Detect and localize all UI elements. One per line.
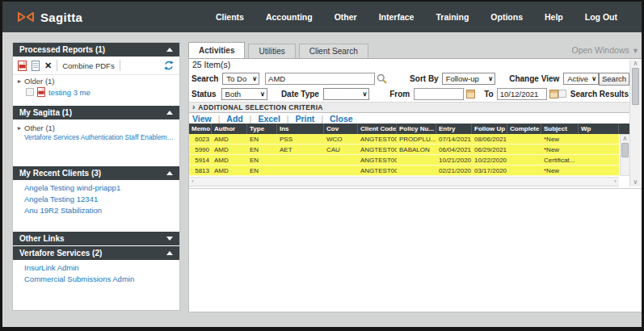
search-results-label: Search Results bbox=[570, 90, 629, 98]
scrollbar-thumb[interactable] bbox=[621, 143, 629, 157]
collapse-icon[interactable] bbox=[166, 48, 173, 52]
nav-item-clients[interactable]: Clients bbox=[216, 12, 244, 22]
select-value: Active bbox=[567, 74, 588, 83]
view-link[interactable]: View bbox=[192, 114, 212, 124]
additional-criteria-bar[interactable]: › ADDITIONAL SELECTION CRITERIA bbox=[189, 102, 631, 113]
my-sagitta-link[interactable]: Vertafore Services Authentication Staff … bbox=[13, 133, 179, 141]
collapse-icon[interactable] bbox=[166, 251, 173, 255]
panel-title: Other Links bbox=[19, 234, 65, 243]
collapse-icon[interactable] bbox=[166, 171, 173, 175]
toolbar-separator bbox=[120, 60, 120, 71]
col-client-code[interactable]: Client Code bbox=[358, 124, 397, 134]
panel-header-vertafore-services[interactable]: Vertafore Services (2) bbox=[13, 246, 179, 260]
excel-link[interactable]: Excel bbox=[258, 114, 280, 124]
content-vertical-scrollbar[interactable]: ∧ ∨ bbox=[629, 60, 641, 186]
col-ins[interactable]: Ins bbox=[277, 124, 324, 134]
col-complete[interactable]: Complete bbox=[507, 124, 541, 134]
recent-clients-list: Angela Testing wind-priapp1 Angela Testi… bbox=[13, 182, 179, 216]
cell-type: EN bbox=[247, 166, 277, 175]
print-link[interactable]: Print bbox=[295, 114, 314, 124]
pdf-icon[interactable] bbox=[18, 61, 27, 71]
tree-caret-icon[interactable]: ▸ bbox=[18, 78, 21, 85]
delete-icon[interactable]: ✕ bbox=[44, 61, 52, 70]
scroll-up-icon[interactable]: ∧ bbox=[633, 60, 638, 68]
nav-item-logout[interactable]: Log Out bbox=[585, 12, 617, 22]
col-follow-up[interactable]: Follow Up bbox=[472, 124, 507, 134]
sort-by-select[interactable]: Follow-up ∨ bbox=[442, 73, 496, 85]
table-row[interactable]: 5813 AMD EN ANGTEST00 02/21/2020 03/17/2… bbox=[189, 166, 619, 176]
from-label: From bbox=[389, 90, 410, 98]
col-memo[interactable]: Memo # bbox=[189, 124, 212, 134]
nav-item-help[interactable]: Help bbox=[545, 12, 563, 22]
table-row[interactable]: 5914 AMD EN ANGTEST00 10/21/2020 10/22/2… bbox=[189, 155, 619, 166]
tree-caret-icon[interactable]: ▸ bbox=[18, 124, 21, 132]
recent-client-link[interactable]: Anu 19R2 Stabilization bbox=[13, 205, 179, 216]
search-magnifier-icon[interactable] bbox=[377, 73, 387, 84]
open-windows-dropdown[interactable]: Open Windows ▾ bbox=[572, 45, 638, 58]
search-results-checkbox[interactable] bbox=[558, 90, 566, 98]
collapse-icon[interactable] bbox=[166, 111, 173, 115]
scroll-down-icon[interactable]: ∨ bbox=[633, 178, 638, 186]
table-horizontal-scrollbar[interactable]: ‹ › bbox=[189, 177, 619, 186]
recent-client-link[interactable]: Angela Testing wind-priapp1 bbox=[13, 182, 179, 194]
combine-pdfs-button[interactable]: Combine PDFs bbox=[62, 61, 114, 70]
col-author[interactable]: Author bbox=[212, 124, 247, 134]
tree-group-other[interactable]: ▸ Other (1) bbox=[13, 122, 179, 133]
col-policy[interactable]: Policy Nu... bbox=[397, 124, 436, 134]
to-date-input[interactable] bbox=[497, 88, 547, 100]
col-wp[interactable]: Wp bbox=[579, 124, 619, 134]
table-row[interactable]: 5990 AMD EN AET CAU ANGTEST00 BABALON 06… bbox=[189, 145, 619, 155]
nav-item-options[interactable]: Options bbox=[490, 12, 523, 22]
nav-item-training[interactable]: Training bbox=[436, 12, 469, 22]
refresh-icon[interactable] bbox=[163, 61, 175, 70]
panel-header-my-sagitta[interactable]: My Sagitta (1) bbox=[13, 106, 179, 119]
col-entry[interactable]: Entry bbox=[436, 124, 472, 134]
cell-subject: *New bbox=[541, 134, 579, 144]
date-type-select[interactable]: ∨ bbox=[323, 88, 369, 100]
nav-item-accounting[interactable]: Accounting bbox=[266, 12, 313, 22]
to-label: To bbox=[484, 90, 493, 98]
scrollbar-thumb[interactable] bbox=[632, 68, 639, 105]
panel-header-other-links[interactable]: Other Links bbox=[13, 232, 179, 245]
from-date-input[interactable] bbox=[414, 88, 464, 100]
action-links: View| Add| Excel| Print| Close bbox=[192, 113, 353, 124]
scroll-left-icon[interactable]: ‹ bbox=[192, 178, 194, 186]
close-link[interactable]: Close bbox=[330, 114, 353, 124]
add-link[interactable]: Add bbox=[226, 114, 242, 124]
to-calendar-icon[interactable] bbox=[549, 90, 558, 98]
col-type[interactable]: Type bbox=[247, 124, 277, 134]
report-link[interactable]: testing 3 me bbox=[48, 88, 90, 97]
chevron-down-icon: ∨ bbox=[257, 90, 265, 98]
expand-icon[interactable] bbox=[166, 237, 173, 241]
vertafore-service-link[interactable]: Commercial Submissions Admin bbox=[13, 274, 179, 285]
table-row[interactable]: 6023 AMD EN PSS WCO ANGTEST00 PRODPLU...… bbox=[189, 134, 619, 145]
report-checkbox[interactable] bbox=[26, 88, 34, 96]
search-type-select[interactable]: To Do ∨ bbox=[222, 73, 259, 85]
scroll-up-icon[interactable]: ∧ bbox=[623, 135, 628, 143]
from-calendar-icon[interactable] bbox=[466, 90, 475, 98]
recent-client-link[interactable]: Angela Testing 12341 bbox=[13, 194, 179, 205]
tab-activities[interactable]: Activities bbox=[188, 42, 245, 58]
cell-entry: 06/04/2021 bbox=[436, 145, 472, 154]
panel-header-recent-clients[interactable]: My Recent Clients (3) bbox=[13, 166, 179, 180]
search-button[interactable]: Search bbox=[599, 73, 629, 86]
col-subject[interactable]: Subject bbox=[541, 124, 579, 134]
cell-subject: *New bbox=[541, 166, 579, 175]
change-view-select[interactable]: Active ∨ bbox=[563, 73, 599, 85]
tab-utilities[interactable]: Utilities bbox=[248, 44, 295, 58]
tree-group-older[interactable]: ▸ Older (1) bbox=[13, 75, 179, 86]
cell-ins: AET bbox=[277, 145, 324, 154]
nav-item-other[interactable]: Other bbox=[335, 12, 357, 22]
document-icon[interactable] bbox=[32, 61, 40, 71]
panel-header-processed-reports[interactable]: Processed Reports (1) bbox=[13, 43, 179, 57]
scroll-right-icon[interactable]: › bbox=[614, 178, 617, 186]
col-cov[interactable]: Cov bbox=[324, 124, 358, 134]
nav-item-interface[interactable]: Interface bbox=[379, 12, 415, 22]
status-select[interactable]: Both ∨ bbox=[221, 88, 267, 100]
panel-title: Processed Reports (1) bbox=[19, 45, 105, 54]
tab-client-search[interactable]: Client Search bbox=[299, 44, 368, 58]
search-input[interactable] bbox=[265, 73, 375, 85]
nav-menu: Clients Accounting Other Interface Train… bbox=[216, 12, 617, 22]
vertafore-service-link[interactable]: InsurLink Admin bbox=[13, 262, 179, 274]
main-tab-bar: Activities Utilities Client Search Open … bbox=[188, 42, 638, 58]
